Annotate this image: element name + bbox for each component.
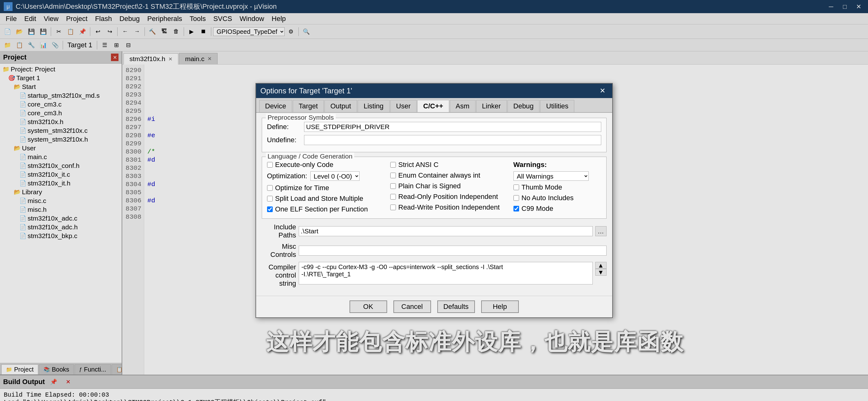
- ok-button[interactable]: OK: [349, 300, 387, 313]
- one-elf-label: One ELF Section per Function: [275, 205, 368, 213]
- compiler-scroll-down[interactable]: ▼: [595, 269, 607, 276]
- thumb-mode-label: Thumb Mode: [522, 183, 562, 192]
- dialog-tab-listing[interactable]: Listing: [358, 100, 390, 112]
- dialog-tab-debug[interactable]: Debug: [507, 100, 540, 112]
- dialog-tab-device[interactable]: Device: [259, 100, 292, 112]
- defaults-button[interactable]: Defaults: [437, 300, 475, 313]
- define-label: Define:: [267, 123, 302, 131]
- c99-mode-row: C99 Mode: [514, 205, 601, 213]
- define-row: Define:: [267, 122, 601, 132]
- preprocessor-section: Preprocessor Symbols Define: Undefine:: [262, 118, 607, 152]
- readwrite-pos-check[interactable]: [390, 205, 396, 210]
- dialog-tab-user[interactable]: User: [390, 100, 416, 112]
- lang-col2: Strict ANSI C Enum Container always int …: [390, 161, 514, 216]
- compiler-control-row: Compilercontrolstring -c99 -c --cpu Cort…: [262, 262, 607, 288]
- plain-char-row: Plain Char is Signed: [390, 182, 508, 190]
- dialog-tab-bar: Device Target Output Listing User C/C++ …: [256, 98, 612, 113]
- execute-only-label: Execute-only Code: [275, 161, 334, 169]
- dialog-buttons: OK Cancel Defaults Help: [256, 296, 612, 318]
- split-load-label: Split Load and Store Multiple: [275, 195, 363, 203]
- include-paths-label: IncludePaths: [262, 223, 296, 239]
- dialog-close-btn[interactable]: ✕: [597, 86, 608, 96]
- readonly-pos-row: Read-Only Position Independent: [390, 193, 508, 201]
- split-load-check[interactable]: [267, 196, 273, 201]
- lang-columns: Execute-only Code Optimization: Level 0 …: [267, 161, 601, 216]
- dialog-tab-linker[interactable]: Linker: [476, 100, 507, 112]
- include-paths-row: IncludePaths …: [262, 223, 607, 239]
- define-input[interactable]: [304, 122, 601, 132]
- c99-mode-check[interactable]: [514, 206, 519, 211]
- dialog-title-text: Options for Target 'Target 1': [260, 87, 352, 95]
- lang-col1: Execute-only Code Optimization: Level 0 …: [267, 161, 390, 216]
- compiler-control-line2: -I.\RTE\_Target_1: [302, 271, 590, 278]
- compiler-control-line1: -c99 -c --cpu Cortex-M3 -g -O0 --apcs=in…: [302, 264, 590, 271]
- lang-section-title: Language / Code Generation: [266, 153, 354, 160]
- thumb-mode-check[interactable]: [514, 185, 519, 190]
- preprocessor-section-title: Preprocessor Symbols: [266, 114, 336, 121]
- dialog-overlay: Options for Target 'Target 1' ✕ Device T…: [0, 0, 868, 401]
- undefine-row: Undefine:: [267, 135, 601, 145]
- compiler-scroll-up[interactable]: ▲: [595, 262, 607, 269]
- optimization-label: Optimization:: [267, 172, 308, 180]
- execute-only-row: Execute-only Code: [267, 161, 385, 169]
- misc-controls-label: MiscControls: [262, 242, 296, 259]
- options-dialog: Options for Target 'Target 1' ✕ Device T…: [255, 83, 613, 318]
- enum-container-label: Enum Container always int: [398, 171, 480, 179]
- readwrite-pos-label: Read-Write Position Independent: [398, 203, 500, 211]
- dialog-tab-output[interactable]: Output: [324, 100, 357, 112]
- optimize-time-label: Optimize for Time: [275, 184, 329, 192]
- dialog-body: Preprocessor Symbols Define: Undefine: L…: [256, 113, 612, 296]
- enum-container-check[interactable]: [390, 173, 396, 178]
- optimization-row: Optimization: Level 0 (-O0): [267, 171, 385, 181]
- execute-only-check[interactable]: [267, 162, 273, 168]
- undefine-label: Undefine:: [267, 136, 302, 144]
- dialog-tab-cpp[interactable]: C/C++: [417, 100, 449, 112]
- plain-char-label: Plain Char is Signed: [398, 182, 461, 190]
- readwrite-pos-row: Read-Write Position Independent: [390, 203, 508, 211]
- readonly-pos-label: Read-Only Position Independent: [398, 193, 498, 201]
- optimize-time-row: Optimize for Time: [267, 184, 385, 192]
- one-elf-check[interactable]: [267, 206, 273, 212]
- strict-ansi-row: Strict ANSI C: [390, 161, 508, 169]
- dialog-tab-asm[interactable]: Asm: [450, 100, 475, 112]
- dialog-title-bar: Options for Target 'Target 1' ✕: [256, 83, 612, 98]
- lang-section: Language / Code Generation Execute-only …: [262, 157, 607, 219]
- compiler-control-box: -c99 -c --cpu Cortex-M3 -g -O0 --apcs=in…: [299, 262, 593, 285]
- include-paths-browse[interactable]: …: [595, 226, 607, 236]
- cancel-button[interactable]: Cancel: [394, 300, 431, 313]
- strict-ansi-check[interactable]: [390, 162, 396, 168]
- dialog-tab-utilities[interactable]: Utilities: [540, 100, 574, 112]
- one-elf-row: One ELF Section per Function: [267, 205, 385, 213]
- warnings-col: Warnings: All Warnings No Warnings Thumb…: [514, 161, 601, 216]
- thumb-mode-row: Thumb Mode: [514, 183, 601, 192]
- c99-mode-label: C99 Mode: [522, 205, 554, 213]
- warnings-select[interactable]: All Warnings No Warnings: [514, 171, 589, 181]
- split-load-row: Split Load and Store Multiple: [267, 195, 385, 203]
- enum-container-row: Enum Container always int: [390, 171, 508, 179]
- dialog-tab-target[interactable]: Target: [293, 100, 324, 112]
- no-auto-includes-label: No Auto Includes: [522, 194, 574, 202]
- plain-char-check[interactable]: [390, 183, 396, 189]
- optimize-time-check[interactable]: [267, 185, 273, 191]
- warnings-checks: Thumb Mode No Auto Includes C99 Mode: [514, 183, 601, 213]
- optimization-select[interactable]: Level 0 (-O0): [310, 171, 360, 181]
- compiler-control-label: Compilercontrolstring: [262, 262, 296, 288]
- undefine-input[interactable]: [304, 135, 601, 145]
- misc-controls-row: MiscControls: [262, 242, 607, 259]
- no-auto-includes-row: No Auto Includes: [514, 194, 601, 202]
- include-paths-input[interactable]: [299, 226, 593, 236]
- misc-controls-input[interactable]: [299, 245, 607, 256]
- readonly-pos-check[interactable]: [390, 194, 396, 200]
- no-auto-includes-check[interactable]: [514, 195, 519, 201]
- help-button[interactable]: Help: [481, 300, 519, 313]
- strict-ansi-label: Strict ANSI C: [398, 161, 438, 169]
- warnings-label: Warnings:: [514, 161, 601, 169]
